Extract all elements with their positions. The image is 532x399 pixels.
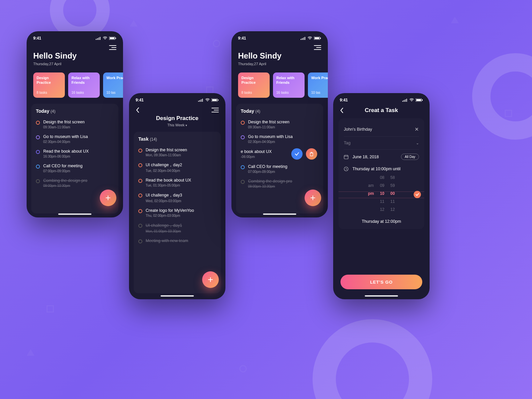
date-row[interactable]: June 18, 2018 All Day [344, 150, 419, 163]
trash-icon [309, 152, 314, 156]
allday-toggle[interactable]: All Day [401, 154, 419, 160]
category-title: Work Pract [311, 76, 328, 80]
svg-rect-16 [303, 38, 304, 40]
task-status-icon [241, 121, 245, 125]
task-time: Wed, 02:00pm-03:00pm [146, 199, 182, 203]
date-value: June 18, 2018 [352, 155, 379, 159]
category-card[interactable]: Relax with Friends16 tasks [68, 72, 100, 98]
task-name: e book about UX [241, 149, 291, 154]
category-card[interactable]: Work Pract10 tas [103, 72, 123, 98]
task-row[interactable]: Read the book about UX16:30pm-06:00pm [36, 146, 114, 161]
menu-icon[interactable] [211, 108, 219, 112]
task-time: -06:00pm [241, 155, 291, 159]
time-picker[interactable]: ampm 0809101112 5859001112 [344, 172, 419, 217]
category-card[interactable]: Design Practice8 tasks [33, 72, 65, 98]
task-list-panel: Task (14) Design the frist screenMon, 09… [134, 132, 221, 293]
menu-icon[interactable] [109, 45, 116, 50]
check-icon [294, 151, 300, 157]
tag-dropdown[interactable]: Tag ⌄ [344, 137, 419, 149]
svg-rect-29 [344, 155, 348, 159]
category-title: Design Practice [37, 76, 62, 85]
task-status-icon [138, 209, 142, 213]
task-row[interactable]: UI challenge，day1Mon, 01:00pm-03:30pm [138, 220, 216, 236]
back-button[interactable] [340, 107, 344, 113]
submit-button[interactable]: LET'S GO [340, 275, 422, 289]
task-time: 09:00pm-10:30pm [43, 184, 87, 188]
battery-icon [211, 98, 219, 102]
category-card[interactable]: Work Pract10 tas [308, 72, 328, 98]
task-name: Design the frist screen [248, 120, 289, 124]
greeting-title: Hello Sindy [33, 51, 116, 61]
category-card[interactable]: Relax with Friends16 tasks [273, 72, 305, 98]
check-icon [415, 193, 419, 197]
delete-button[interactable] [306, 148, 317, 160]
time-row[interactable]: Thursday at 10:00pm until [344, 163, 419, 172]
task-row-swiped[interactable]: e book about UX-06:00pm [241, 146, 319, 162]
svg-rect-1 [97, 38, 98, 40]
time-label: Thursday at 10:00pm until [352, 167, 401, 171]
task-row[interactable]: Meeting with new team [138, 236, 216, 247]
home-indicator [161, 295, 194, 297]
task-row[interactable]: Go to museum with Lisa02:30pm-04:00pm [36, 132, 114, 146]
task-name: Design the frist screen [146, 148, 187, 152]
category-title: Relax with Friends [71, 76, 96, 85]
task-row[interactable]: Go to museum with Lisa02:30pm-04:00pm [241, 132, 319, 146]
screen-home: 9:41 Hello Sindy Thursday,27 April Desig… [27, 31, 123, 217]
status-bar: 9:41 [27, 31, 123, 43]
task-row[interactable]: Combing the design pro09:00pm-10:30pm [36, 176, 114, 190]
svg-rect-25 [406, 99, 407, 102]
category-title: Design Practice [241, 76, 266, 85]
status-bar: 9:41 [333, 93, 430, 105]
category-cards[interactable]: Design Practice8 tasks Relax with Friend… [27, 66, 123, 104]
task-row[interactable]: Design the frist screenMon, 09:30am-11:0… [138, 145, 216, 160]
screen-home-swipe: 9:41 Hello Sindy Thursday,27 April Desig… [231, 31, 328, 217]
filter-dropdown[interactable]: This Week [129, 123, 225, 127]
status-bar: 9:41 [129, 93, 225, 105]
home-indicator [263, 213, 296, 215]
add-task-button[interactable]: + [202, 271, 219, 288]
svg-rect-21 [310, 153, 313, 156]
task-time: 09:30am-11:00am [43, 125, 84, 129]
battery-icon [109, 37, 116, 40]
task-time: Tue, 01:30pm-05:00pm [146, 184, 191, 187]
status-time: 9:41 [238, 36, 246, 41]
signal-icon [96, 37, 101, 40]
confirm-time-button[interactable] [414, 191, 421, 198]
category-cards[interactable]: Design Practice8 tasks Relax with Friend… [231, 66, 328, 104]
today-count: (4) [255, 109, 260, 114]
task-status-icon [138, 163, 142, 167]
today-title: Today [36, 108, 49, 114]
screen-create-task: 9:41 Creat a Task John's Birthday ✕ Tag … [333, 93, 430, 299]
calendar-icon [344, 155, 349, 159]
task-name-input[interactable]: John's Birthday ✕ [344, 123, 419, 136]
task-row[interactable]: Call CEO for meeting07:00pm-09:00pm [36, 161, 114, 176]
category-card[interactable]: Design Practice8 tasks [238, 72, 270, 98]
task-row[interactable]: Call CEO for meeting07:00pm-09:00pm [241, 162, 319, 176]
task-row[interactable]: UI challenge，day2Tue, 02:30pm-04:00pm [138, 160, 216, 175]
task-row[interactable]: Combing the design pro09:00pm-10:30pm [241, 176, 319, 191]
task-name: Read the book about UX [43, 149, 89, 154]
task-row[interactable]: Create logo for MyVenYooThu, 02:00pm-03:… [138, 205, 216, 220]
complete-button[interactable] [291, 148, 303, 160]
task-row[interactable]: UI challenge，day3Wed, 02:00pm-03:00pm [138, 190, 216, 205]
task-time: Mon, 01:00pm-03:30pm [146, 229, 182, 233]
add-task-button[interactable]: + [305, 190, 321, 206]
signal-icon [301, 37, 306, 40]
add-task-button[interactable]: + [100, 190, 116, 206]
task-status-icon [138, 194, 142, 198]
category-count: 8 tasks [37, 91, 62, 94]
clear-icon[interactable]: ✕ [415, 126, 419, 132]
home-indicator [365, 295, 398, 297]
task-row[interactable]: Read the book about UXTue, 01:30pm-05:00… [138, 175, 216, 190]
task-row[interactable]: Design the frist screen09:30am-11:00am [36, 117, 114, 132]
task-name: Meeting with new team [146, 238, 188, 243]
greeting-date: Thursday,27 April [33, 62, 116, 66]
task-time: 02:30pm-04:00pm [43, 140, 88, 144]
back-button[interactable] [136, 107, 140, 113]
task-row[interactable]: Design the frist screen09:30am-11:00am [241, 117, 319, 132]
task-status-icon [241, 165, 245, 169]
task-time: 16:30pm-06:00pm [43, 155, 89, 158]
task-name: Go to museum with Lisa [248, 134, 293, 139]
menu-icon[interactable] [314, 45, 321, 50]
svg-rect-28 [422, 99, 423, 101]
